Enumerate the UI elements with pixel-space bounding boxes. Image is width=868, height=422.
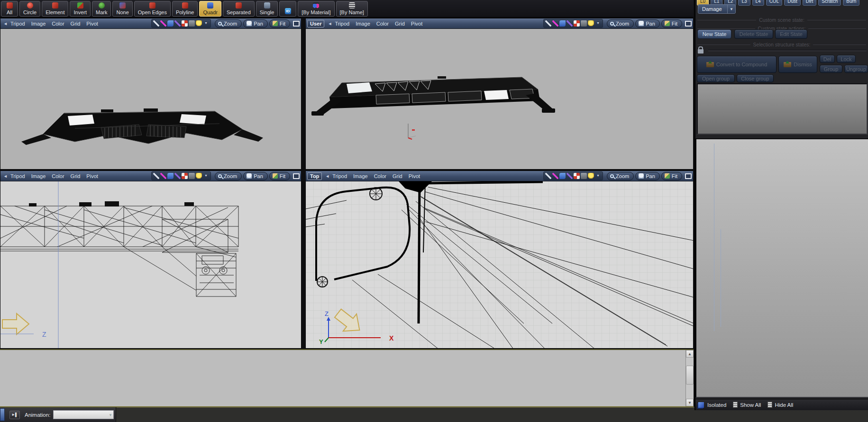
lod-button-l4[interactable]: L4 (752, 0, 764, 6)
viewport-menu-image[interactable]: Image (31, 173, 46, 179)
checker-texture-icon[interactable] (574, 20, 580, 27)
structure-states-list[interactable] (697, 83, 868, 135)
viewport-back-arrow-icon[interactable]: ◄ (3, 21, 8, 26)
viewport-maximize-button[interactable] (293, 173, 300, 179)
viewport-type-label[interactable]: User (307, 20, 324, 27)
dropdown-caret-icon[interactable]: ▾ (203, 173, 209, 179)
viewport-menu-image[interactable]: Image (31, 21, 46, 27)
viewport-menu-grid[interactable]: Grid (71, 21, 81, 27)
dropdown-caret-icon[interactable]: ▾ (595, 173, 601, 179)
viewport-menu-color[interactable]: Color (376, 21, 389, 27)
viewport-menu-tripod[interactable]: Tripod (332, 173, 347, 179)
viewport-maximize-button[interactable] (685, 21, 692, 27)
group-button[interactable]: Group (820, 65, 842, 73)
viewport-fit-button[interactable]: Fit (661, 19, 682, 28)
viewport-pan-button[interactable]: Pan (243, 19, 268, 28)
toolbar-button-by-name[interactable]: [By Name] (336, 1, 368, 17)
stylus-icon[interactable] (566, 173, 573, 179)
ungroup-button[interactable]: Ungroup (844, 65, 868, 73)
viewport-fit-button[interactable]: Fit (269, 19, 290, 28)
animation-select[interactable]: ▾ (53, 410, 114, 419)
toolbar-button-quadr[interactable]: Quadr (199, 1, 221, 17)
scrollbar-thumb[interactable] (686, 366, 694, 385)
pen-icon[interactable] (552, 173, 558, 179)
stylus-icon[interactable] (174, 173, 181, 179)
lock-icon[interactable] (698, 49, 704, 54)
clapper-icon[interactable] (189, 20, 195, 27)
viewport-fit-button[interactable]: Fit (269, 172, 290, 180)
stylus-icon[interactable] (566, 20, 573, 27)
eraser-icon[interactable] (559, 20, 566, 27)
draw-line-icon[interactable] (153, 20, 159, 27)
viewport-back-arrow-icon[interactable]: ◄ (328, 21, 332, 26)
show-all-button[interactable]: Show All (733, 402, 761, 408)
new-state-button[interactable]: New State (697, 29, 731, 39)
dismiss-button[interactable]: Dismiss (778, 56, 817, 73)
isolated-toggle[interactable]: Isolated (698, 402, 726, 408)
toolbar-button-element[interactable]: Element (42, 1, 68, 17)
viewport-menu-pivot[interactable]: Pivot (411, 21, 422, 27)
dropdown-caret-icon[interactable]: ▾ (595, 20, 601, 27)
convert-to-compound-button[interactable]: Convert to Compound (697, 56, 777, 73)
light-bulb-icon[interactable] (196, 20, 202, 27)
lod-button-dust[interactable]: Dust (784, 0, 801, 6)
viewport-menu-color[interactable]: Color (374, 173, 386, 179)
viewport-menu-pivot[interactable]: Pivot (409, 173, 420, 179)
viewport-type-label[interactable]: Top (307, 172, 322, 180)
open-group-button[interactable]: Open group (697, 74, 735, 82)
timeline-corner-button[interactable] (0, 408, 5, 421)
viewport-back-arrow-icon[interactable]: ◄ (3, 174, 8, 179)
viewport-menu-grid[interactable]: Grid (393, 173, 402, 179)
viewport-zoom-button[interactable]: Zoom (607, 19, 634, 28)
eraser-icon[interactable] (167, 20, 174, 27)
pen-icon[interactable] (552, 20, 558, 27)
viewport-menu-image[interactable]: Image (356, 21, 370, 27)
toolbar-button-none[interactable]: None (112, 1, 132, 17)
viewport-menu-image[interactable]: Image (353, 173, 368, 179)
del-button[interactable]: Del (820, 55, 835, 63)
viewport-fit-button[interactable]: Fit (661, 172, 682, 180)
viewport-pan-button[interactable]: Pan (243, 172, 268, 180)
lod-button-burn[interactable]: Burn (843, 0, 859, 6)
viewport-menu-color[interactable]: Color (52, 173, 64, 179)
draw-line-icon[interactable] (545, 173, 551, 179)
viewport-zoom-button[interactable]: Zoom (607, 172, 634, 180)
delete-state-button[interactable]: Delete State (734, 29, 773, 39)
toolbar-button-separated[interactable]: Separated (223, 1, 255, 17)
log-scrollbar[interactable]: ▲ ▼ (685, 350, 694, 406)
toolbar-button-mark[interactable]: Mark (92, 1, 111, 17)
light-bulb-icon[interactable] (196, 173, 202, 179)
viewport-front-canvas[interactable] (0, 29, 301, 169)
checker-texture-icon[interactable] (182, 173, 188, 179)
clapper-icon[interactable] (581, 173, 587, 179)
viewport-menu-tripod[interactable]: Tripod (335, 21, 349, 27)
checker-texture-icon[interactable] (182, 20, 188, 27)
lock-button[interactable]: Lock (837, 55, 856, 63)
viewport-menu-color[interactable]: Color (52, 21, 64, 27)
viewport-zoom-button[interactable]: Zoom (215, 19, 242, 28)
toolbar-button-id[interactable]: ID (279, 1, 296, 17)
lod-button-col[interactable]: COL (766, 0, 783, 6)
viewport-menu-tripod[interactable]: Tripod (10, 21, 25, 27)
viewport-pan-button[interactable]: Pan (635, 172, 660, 180)
toolbar-button-circle[interactable]: Circle (19, 1, 40, 17)
stylus-icon[interactable] (174, 20, 181, 27)
toolbar-button-by-material[interactable]: [By Material] (298, 1, 334, 17)
clapper-icon[interactable] (189, 173, 195, 179)
pen-icon[interactable] (160, 173, 166, 179)
light-bulb-icon[interactable] (588, 20, 594, 27)
toolbar-button-all[interactable]: All (1, 1, 18, 17)
viewport-zoom-button[interactable]: Zoom (215, 172, 242, 180)
toolbar-button-invert[interactable]: Invert (70, 1, 91, 17)
viewport-top-canvas[interactable]: Z X Y (306, 181, 693, 348)
checker-texture-icon[interactable] (574, 173, 580, 179)
viewport-menu-pivot[interactable]: Pivot (86, 173, 98, 179)
viewport-menu-grid[interactable]: Grid (71, 173, 81, 179)
viewport-menu-tripod[interactable]: Tripod (10, 173, 25, 179)
draw-line-icon[interactable] (153, 173, 159, 179)
go-to-end-button[interactable]: ►▌ (9, 411, 20, 419)
pen-icon[interactable] (160, 20, 166, 27)
eraser-icon[interactable] (559, 173, 566, 179)
viewport-maximize-button[interactable] (685, 173, 692, 179)
viewport-left-canvas[interactable]: Z (0, 181, 301, 348)
